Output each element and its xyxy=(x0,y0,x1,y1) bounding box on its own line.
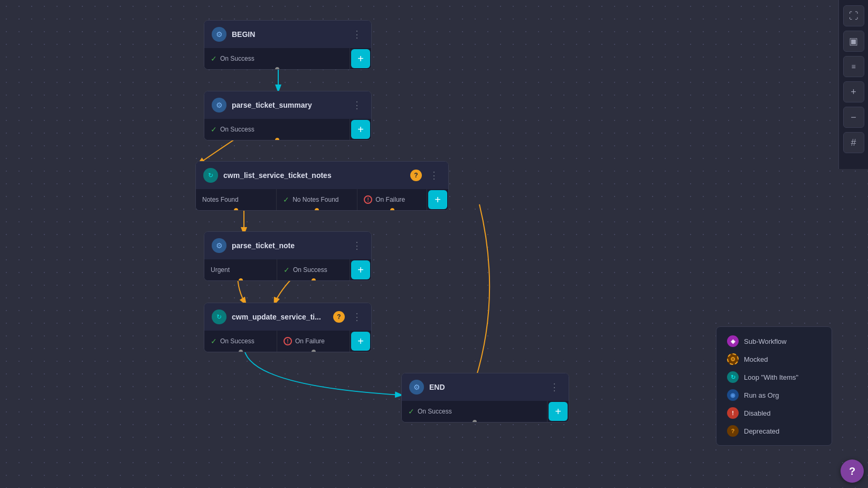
legend-deprecated-icon: ? xyxy=(727,425,739,437)
cwm-list-failure-label: On Failure xyxy=(375,196,405,203)
cwm-update-help-icon[interactable]: ? xyxy=(333,311,345,323)
legend-disabled: ! Disabled xyxy=(727,407,821,419)
cwm-list-icon: ↻ xyxy=(203,168,218,183)
cwm-update-success-label: On Success xyxy=(220,337,254,345)
legend-mocked-icon: ⚙ xyxy=(727,353,739,365)
cwm-no-notes-dot xyxy=(314,207,320,211)
parse-ticket-summary-header: ⚙ parse_ticket_summary ⋮ xyxy=(204,91,371,119)
pts-success-dot xyxy=(274,137,280,140)
ptn-add-port[interactable]: + xyxy=(351,260,370,279)
legend-deprecated-label: Deprecated xyxy=(744,427,779,435)
parse-ticket-note-menu[interactable]: ⋮ xyxy=(350,240,364,251)
layers-button[interactable]: ≡ xyxy=(843,56,864,77)
cwm-update-title: cwm_update_service_ti... xyxy=(232,313,328,321)
ptn-urgent-label: Urgent xyxy=(211,266,230,274)
cwm-no-notes-check-icon: ✓ xyxy=(283,195,289,204)
begin-success-dot xyxy=(274,66,280,70)
legend-subwf-icon: ◈ xyxy=(727,335,739,347)
end-success-port[interactable]: ✓ On Success xyxy=(402,401,548,422)
end-add-port[interactable]: + xyxy=(549,402,568,421)
parse-ticket-note-success-port[interactable]: ✓ On Success xyxy=(277,259,350,280)
end-gear-icon: ⚙ xyxy=(409,380,424,395)
begin-menu-icon[interactable]: ⋮ xyxy=(350,29,364,40)
begin-footer: ✓ On Success + xyxy=(204,48,371,69)
end-node[interactable]: ⚙ END ⋮ ✓ On Success + xyxy=(401,373,569,423)
cwm-update-header: ↻ cwm_update_service_ti... ? ⋮ xyxy=(204,303,371,331)
parse-ticket-note-icon: ⚙ xyxy=(212,238,227,253)
right-toolbar: ⛶ ▣ ≡ + − # xyxy=(838,0,868,169)
legend-runorg: ◉ Run as Org xyxy=(727,389,821,401)
cwm-update-footer: ✓ On Success ! On Failure + xyxy=(204,331,371,352)
cwm-update-success-port[interactable]: ✓ On Success xyxy=(204,331,277,352)
parse-ticket-note-urgent-port[interactable]: Urgent xyxy=(204,259,277,280)
begin-title: BEGIN xyxy=(232,30,345,39)
help-fab-button[interactable]: ? xyxy=(841,459,864,483)
ptn-success-dot xyxy=(310,277,317,281)
parse-ticket-summary-title: parse_ticket_summary xyxy=(232,101,345,109)
cwm-list-no-notes-port[interactable]: ✓ No Notes Found xyxy=(277,189,357,210)
ptn-success-icon: ✓ xyxy=(284,266,290,274)
legend-loop-icon: ↻ xyxy=(727,371,739,383)
pts-success-label: On Success xyxy=(220,126,254,133)
cwm-list-menu[interactable]: ⋮ xyxy=(427,170,441,181)
cwm-list-notes-found-label: Notes Found xyxy=(202,196,239,203)
ptn-urgent-dot xyxy=(238,277,244,281)
end-menu-icon[interactable]: ⋮ xyxy=(548,381,561,393)
pts-add-port[interactable]: + xyxy=(351,120,370,139)
zoom-in-button[interactable]: + xyxy=(843,81,864,102)
cwm-update-node[interactable]: ↻ cwm_update_service_ti... ? ⋮ ✓ On Succ… xyxy=(204,303,372,352)
cwm-update-failure-icon: ! xyxy=(284,337,292,345)
cwm-update-add-port[interactable]: + xyxy=(351,332,370,351)
cwm-update-icon: ↻ xyxy=(212,309,227,324)
legend-subworkflow: ◈ Sub-Workflow xyxy=(727,335,821,347)
sidebar-toggle-button[interactable]: ▣ xyxy=(843,31,864,52)
cwm-notes-found-dot xyxy=(233,207,239,211)
parse-ticket-summary-icon: ⚙ xyxy=(212,98,227,112)
cwm-failure-icon: ! xyxy=(364,195,372,204)
legend-loop-label: Loop "With Items" xyxy=(744,373,798,381)
legend-deprecated: ? Deprecated xyxy=(727,425,821,437)
cwm-update-failure-label: On Failure xyxy=(295,337,325,345)
begin-node[interactable]: ⚙ BEGIN ⋮ ✓ On Success + xyxy=(204,20,372,70)
end-success-dot xyxy=(471,419,478,423)
legend-runorg-icon: ◉ xyxy=(727,389,739,401)
parse-ticket-summary-footer: ✓ On Success + xyxy=(204,119,371,140)
cwm-failure-dot xyxy=(389,207,395,211)
cwm-list-no-notes-label: No Notes Found xyxy=(293,196,338,203)
cwm-list-node[interactable]: ↻ cwm_list_service_ticket_notes ? ⋮ Note… xyxy=(195,161,449,211)
legend-disabled-icon: ! xyxy=(727,407,739,419)
end-footer: ✓ On Success + xyxy=(402,401,569,422)
parse-ticket-note-header: ⚙ parse_ticket_note ⋮ xyxy=(204,232,371,259)
cwm-list-help-icon[interactable]: ? xyxy=(410,170,422,181)
legend-disabled-label: Disabled xyxy=(744,409,771,417)
grid-button[interactable]: # xyxy=(843,132,864,153)
parse-ticket-summary-node[interactable]: ⚙ parse_ticket_summary ⋮ ✓ On Success + xyxy=(204,91,372,140)
cwm-list-notes-found-port[interactable]: Notes Found xyxy=(196,189,277,210)
begin-node-header: ⚙ BEGIN ⋮ xyxy=(204,21,371,48)
begin-success-port[interactable]: ✓ On Success xyxy=(204,48,350,69)
cwm-update-failure-port[interactable]: ! On Failure xyxy=(277,331,350,352)
cwm-list-title: cwm_list_service_ticket_notes xyxy=(223,171,405,180)
legend-mocked-label: Mocked xyxy=(744,355,768,363)
parse-ticket-summary-success-port[interactable]: ✓ On Success xyxy=(204,119,350,140)
legend-mocked: ⚙ Mocked xyxy=(727,353,821,365)
parse-ticket-note-node[interactable]: ⚙ parse_ticket_note ⋮ Urgent ✓ On Succes… xyxy=(204,231,372,281)
end-success-icon: ✓ xyxy=(408,407,414,416)
cwm-update-menu[interactable]: ⋮ xyxy=(350,311,364,323)
begin-add-port[interactable]: + xyxy=(351,49,370,68)
legend-panel: ◈ Sub-Workflow ⚙ Mocked ↻ Loop "With Ite… xyxy=(716,326,832,446)
fullscreen-button[interactable]: ⛶ xyxy=(843,5,864,26)
cwm-update-success-icon: ✓ xyxy=(211,337,217,345)
cwm-update-success-dot xyxy=(238,349,244,352)
parse-ticket-summary-menu[interactable]: ⋮ xyxy=(350,99,364,111)
workflow-canvas[interactable]: ⚙ BEGIN ⋮ ✓ On Success + ⚙ parse_ticket_… xyxy=(0,0,838,488)
legend-runorg-label: Run as Org xyxy=(744,391,779,399)
cwm-update-failure-dot xyxy=(310,349,317,352)
begin-success-label: On Success xyxy=(220,55,254,62)
cwm-list-header: ↻ cwm_list_service_ticket_notes ? ⋮ xyxy=(196,162,448,189)
legend-loop: ↻ Loop "With Items" xyxy=(727,371,821,383)
ptn-success-label: On Success xyxy=(293,266,327,274)
zoom-out-button[interactable]: − xyxy=(843,107,864,128)
cwm-list-failure-port[interactable]: ! On Failure xyxy=(357,189,427,210)
cwm-list-add-port[interactable]: + xyxy=(428,190,447,209)
